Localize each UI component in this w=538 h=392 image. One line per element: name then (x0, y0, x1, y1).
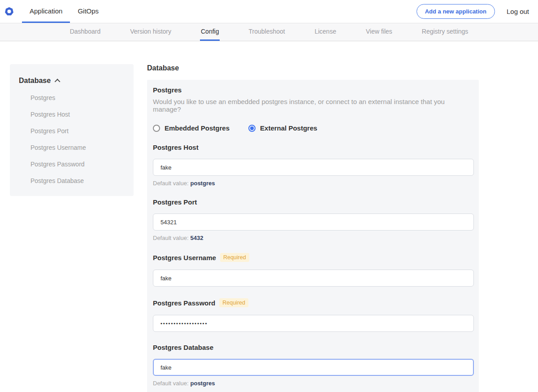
section-title: Database (147, 64, 479, 72)
field-label: Postgres Database (153, 344, 213, 351)
subnav-tab-label: Config (201, 28, 219, 35)
postgres-mode-radio-group: Embedded Postgres External Postgres (153, 124, 473, 132)
subnav-tab-label: License (315, 28, 336, 35)
required-badge: Required (219, 298, 248, 307)
top-tab-application[interactable]: Application (22, 0, 70, 23)
default-value: 5432 (191, 235, 204, 241)
sidebar-item-postgres-password[interactable]: Postgres Password (19, 161, 125, 168)
field-label: Postgres Username (153, 254, 216, 261)
default-value: postgres (191, 180, 215, 187)
postgres-username-input[interactable] (153, 270, 474, 287)
field-label: Postgres Port (153, 198, 197, 206)
subnav-tab-registry-settings[interactable]: Registry settings (421, 23, 469, 41)
radio-unchecked-icon[interactable] (153, 125, 160, 132)
sidebar-group-label: Database (19, 77, 51, 85)
default-value-helper: Default value:5432 (153, 235, 473, 241)
default-value-helper: Default value:postgres (153, 180, 473, 187)
sidebar-item-postgres-port[interactable]: Postgres Port (19, 127, 125, 135)
field-postgres-host: Postgres Host Default value:postgres (153, 144, 473, 187)
subnav-tab-label: View files (366, 28, 392, 35)
subnav-tab-label: Dashboard (70, 28, 101, 35)
subnav-tab-label: Troubleshoot (248, 28, 285, 35)
top-tab-gitops[interactable]: GitOps (70, 0, 106, 23)
postgres-database-input[interactable] (153, 359, 474, 376)
field-postgres-password: Postgres Password Required (153, 298, 473, 332)
field-postgres-username: Postgres Username Required (153, 253, 473, 287)
postgres-group-label: Postgres (153, 86, 473, 94)
default-value-prefix: Default value: (153, 235, 189, 241)
top-bar: Application GitOps Add a new application… (0, 0, 538, 23)
field-postgres-port: Postgres Port Default value:5432 (153, 198, 473, 241)
database-config-panel: Postgres Would you like to use an embedd… (147, 80, 479, 392)
sidebar-item-postgres[interactable]: Postgres (19, 94, 125, 101)
field-label: Postgres Password (153, 299, 215, 307)
postgres-help-text: Would you like to use an embedded postgr… (153, 98, 473, 113)
subnav-tab-version-history[interactable]: Version history (129, 23, 172, 41)
top-tab-label: GitOps (78, 7, 99, 15)
radio-embedded-postgres[interactable]: Embedded Postgres (153, 124, 230, 132)
default-value-prefix: Default value: (153, 180, 189, 187)
postgres-host-input[interactable] (153, 159, 474, 176)
sidebar-item-postgres-username[interactable]: Postgres Username (19, 144, 125, 151)
top-tab-label: Application (30, 7, 62, 15)
top-bar-right: Add a new application Log out (417, 0, 538, 23)
sidebar-item-postgres-host[interactable]: Postgres Host (19, 111, 125, 118)
subnav-tab-view-files[interactable]: View files (365, 23, 393, 41)
config-main: Database Postgres Would you like to use … (147, 64, 479, 392)
subnav-tab-dashboard[interactable]: Dashboard (69, 23, 102, 41)
add-new-application-button[interactable]: Add a new application (417, 4, 495, 19)
default-value-prefix: Default value: (153, 380, 189, 387)
postgres-port-input[interactable] (153, 213, 474, 231)
default-value-helper: Default value:postgres (153, 380, 473, 387)
field-label: Postgres Host (153, 144, 199, 151)
radio-checked-icon[interactable] (248, 125, 256, 132)
sidebar-group-database[interactable]: Database (19, 77, 125, 85)
app-logo[interactable] (0, 0, 22, 23)
default-value: postgres (191, 380, 215, 387)
subnav-tab-label: Registry settings (422, 28, 468, 35)
config-sidebar: Database Postgres Postgres Host Postgres… (10, 64, 134, 196)
config-page: Database Postgres Postgres Host Postgres… (0, 64, 538, 392)
required-badge: Required (220, 253, 249, 262)
chevron-up-icon (55, 78, 61, 84)
app-subnav: Dashboard Version history Config Trouble… (0, 23, 538, 41)
logout-link[interactable]: Log out (507, 8, 529, 15)
subnav-tab-license[interactable]: License (314, 23, 337, 41)
radio-external-postgres[interactable]: External Postgres (248, 124, 317, 132)
subnav-tab-troubleshoot[interactable]: Troubleshoot (247, 23, 286, 41)
subnav-tab-config[interactable]: Config (200, 23, 220, 41)
field-postgres-database: Postgres Database Default value:postgres (153, 344, 473, 387)
radio-label: Embedded Postgres (165, 124, 230, 132)
subnav-tab-label: Version history (130, 28, 171, 35)
postgres-password-input[interactable] (153, 315, 474, 332)
replicated-logo-icon (4, 7, 14, 16)
radio-label: External Postgres (260, 124, 317, 132)
sidebar-item-postgres-database[interactable]: Postgres Database (19, 177, 125, 184)
